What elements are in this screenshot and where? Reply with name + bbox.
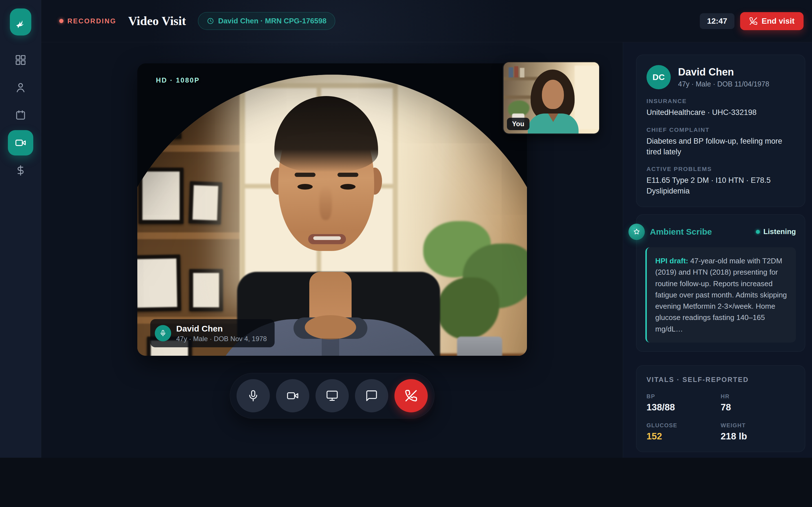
sidebar-item-dashboard[interactable]: [8, 47, 33, 73]
vital-label: HR: [721, 393, 795, 400]
remote-participant-overlay: David Chen 47y · Male · DOB Nov 4, 1978: [150, 319, 274, 347]
plant-leaves: [423, 221, 491, 277]
patient-figure: [297, 184, 313, 189]
plant-leaves: [437, 277, 499, 339]
section-label-active-problems: ACTIVE PROBLEMS: [647, 166, 795, 172]
recording-dot-icon: [59, 19, 63, 23]
patient-figure: [305, 315, 356, 339]
sidebar-nav: [8, 47, 33, 183]
patient-avatar: DC: [647, 65, 671, 89]
patient-figure: [274, 96, 378, 172]
remote-video-tile: HD · 1080P David Chen 47y · Male · DOB N…: [137, 63, 527, 356]
patient-figure: [313, 236, 341, 240]
call-controls: [230, 373, 435, 418]
app-window: RECORDING Video Visit David Chen · MRN C…: [0, 0, 812, 458]
recording-label: RECORDING: [67, 17, 116, 25]
clinician-figure: [542, 80, 564, 109]
phone-off-icon: [405, 389, 417, 402]
plant-pot: [457, 337, 502, 356]
hpi-draft-box: HPI draft: 47-year-old male with T2DM (2…: [645, 247, 796, 342]
sidebar-item-schedule[interactable]: [8, 103, 33, 128]
bookshelf-backdrop: [137, 75, 240, 356]
video-quality-label: HD · 1080P: [156, 76, 200, 84]
microphone-icon: [247, 389, 260, 402]
listening-label: Listening: [763, 227, 796, 236]
sidebar-item-video-visit[interactable]: [8, 130, 33, 156]
star-icon: [633, 228, 641, 236]
calendar-icon: [15, 109, 27, 121]
video-camera-icon: [15, 137, 27, 149]
monitor-icon: [326, 389, 339, 402]
patient-panel: DC David Chen 47y · Male · DOB 11/04/197…: [623, 42, 812, 458]
patient-meta: 47y · Male · DOB 11/04/1978: [678, 80, 769, 88]
remote-video-feed: [137, 75, 527, 356]
self-view-tile[interactable]: You: [503, 61, 600, 134]
mic-status-badge: [155, 325, 171, 341]
phone-off-icon: [749, 17, 758, 25]
main-content: RECORDING Video Visit David Chen · MRN C…: [41, 0, 812, 458]
patient-badge: David Chen · MRN CPG-176598: [198, 12, 335, 30]
scribe-title: Ambient Scribe: [650, 227, 712, 237]
page-title: Video Visit: [128, 14, 186, 28]
scribe-star-badge: [628, 224, 645, 240]
vital-glucose: GLUCOSE 152: [647, 422, 721, 442]
sidebar-item-patients[interactable]: [8, 75, 33, 100]
sidebar: [0, 0, 41, 458]
desk-backdrop: [401, 353, 527, 356]
self-view-label: You: [507, 118, 529, 130]
vital-weight: WEIGHT 218 lb: [721, 422, 795, 442]
chat-button[interactable]: [355, 379, 388, 412]
video-camera-icon: [286, 389, 299, 402]
clock-icon: [207, 17, 214, 25]
topbar-actions: 12:47 End visit: [700, 12, 804, 30]
patient-figure: [322, 338, 339, 356]
section-label-chief-complaint: CHIEF COMPLAINT: [647, 126, 795, 133]
vital-label: GLUCOSE: [647, 422, 721, 429]
vital-value: 218 lb: [721, 431, 795, 442]
listening-dot-icon: [756, 230, 760, 234]
chief-complaint-value: Diabetes and BP follow-up, feeling more …: [647, 136, 795, 158]
microphone-button[interactable]: [237, 379, 270, 412]
vital-label: WEIGHT: [721, 422, 795, 429]
sidebar-item-billing[interactable]: [8, 158, 33, 183]
hpi-draft-label: HPI draft:: [655, 257, 688, 265]
insurance-value: UnitedHealthcare · UHC-332198: [647, 107, 795, 118]
patient-figure: [294, 318, 367, 339]
remote-participant-name: David Chen: [176, 324, 267, 334]
section-label-insurance: INSURANCE: [647, 98, 795, 105]
patient-figure: [308, 234, 346, 244]
patient-figure: [367, 168, 382, 194]
user-icon: [15, 82, 27, 94]
end-call-button[interactable]: [395, 379, 428, 412]
ambient-scribe-card: Ambient Scribe Listening HPI draft: 47-y…: [636, 214, 805, 352]
selfview-backdrop: [509, 67, 513, 77]
visit-timer: 12:47: [700, 13, 735, 29]
video-stage: HD · 1080P David Chen 47y · Male · DOB N…: [41, 42, 623, 458]
end-visit-label: End visit: [762, 17, 795, 25]
vitals-title: VITALS · SELF-REPORTED: [647, 376, 795, 384]
desktop-background: [0, 458, 812, 507]
window-backdrop: [240, 83, 398, 291]
end-visit-button[interactable]: End visit: [740, 12, 804, 30]
camera-button[interactable]: [276, 379, 309, 412]
selfview-backdrop: [520, 68, 524, 77]
patient-figure: [340, 184, 356, 189]
remote-participant-meta: 47y · Male · DOB Nov 4, 1978: [176, 335, 267, 343]
top-bar: RECORDING Video Visit David Chen · MRN C…: [41, 0, 812, 42]
grid-icon: [15, 54, 27, 66]
recording-indicator: RECORDING: [59, 17, 116, 25]
vital-value: 138/88: [647, 402, 721, 413]
selfview-backdrop: [574, 66, 600, 129]
vital-value: 152: [647, 431, 721, 442]
patient-figure: [278, 102, 374, 251]
patient-figure: [338, 173, 358, 177]
brand-logo: [10, 8, 31, 36]
vitals-card: VITALS · SELF-REPORTED BP 138/88 HR 78 G…: [636, 365, 805, 452]
chat-bubble-icon: [365, 389, 378, 402]
patient-figure: [309, 272, 352, 334]
patient-figure: [270, 168, 285, 194]
bird-logo-icon: [14, 15, 27, 29]
screen-share-button[interactable]: [315, 379, 349, 412]
vital-hr: HR 78: [721, 393, 795, 413]
vital-label: BP: [647, 393, 721, 400]
